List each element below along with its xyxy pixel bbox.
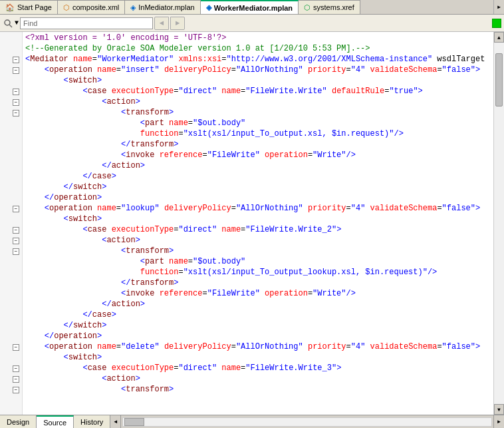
- code-content: </action>: [102, 300, 145, 309]
- code-line: </action>: [23, 161, 493, 172]
- nav-back-button[interactable]: ◄: [154, 17, 169, 30]
- code-editor[interactable]: <?xml version = '1.0' encoding = 'UTF-8'…: [23, 32, 493, 415]
- fold-button[interactable]: −: [13, 376, 19, 383]
- svg-line-1: [9, 25, 12, 27]
- scroll-down-button[interactable]: ▼: [494, 404, 504, 415]
- fold-button[interactable]: −: [13, 387, 19, 393]
- code-content: <?xml version = '1.0' encoding = 'UTF-8'…: [25, 33, 226, 43]
- tab-label: systems.xref: [313, 3, 354, 11]
- indent-space: [25, 65, 45, 75]
- gutter-row: [0, 331, 22, 342]
- tab-source-label: Source: [43, 419, 66, 427]
- code-content: </action>: [102, 161, 145, 170]
- fold-button[interactable]: −: [13, 206, 19, 212]
- indent-space: [25, 289, 121, 298]
- fold-button[interactable]: −: [13, 344, 19, 351]
- find-input[interactable]: Find: [20, 17, 153, 29]
- xml-icon: ⬡: [63, 3, 70, 12]
- fold-button[interactable]: −: [13, 67, 19, 74]
- h-scroll-right[interactable]: ►: [493, 415, 504, 428]
- fold-button[interactable]: −: [13, 365, 19, 372]
- gutter-row: −: [0, 204, 22, 214]
- tab-source[interactable]: Source: [37, 415, 74, 428]
- gutter-row: −: [0, 87, 22, 97]
- tab-design-label: Design: [7, 418, 29, 426]
- indent-space: [25, 236, 102, 245]
- indent-space: [25, 118, 140, 128]
- tab-bar: 🏠 Start Page ⬡ composite.xml ◈ InMediato…: [0, 0, 504, 15]
- scroll-up-button[interactable]: ▲: [494, 32, 504, 43]
- gutter-row: [0, 353, 22, 363]
- code-line: function="xslt(xsl/input_To_output_looku…: [23, 268, 493, 278]
- vertical-scrollbar[interactable]: ▲ ▼: [493, 32, 504, 415]
- indent-space: [25, 374, 102, 383]
- tab-systems-xref[interactable]: ⬡ systems.xref: [299, 0, 360, 14]
- gutter-row: [0, 172, 22, 182]
- tab-label: WorkerMediator.mplan: [214, 4, 293, 12]
- code-content: <transform>: [121, 246, 174, 256]
- code-line: <Mediator name="WorkerMediator" xmlns:xs…: [23, 55, 493, 65]
- nav-forward-button[interactable]: ►: [170, 17, 185, 30]
- code-content: <operation name="delete" deliveryPolicy=…: [45, 342, 480, 351]
- gutter-row: [0, 44, 22, 55]
- code-content: <action>: [102, 374, 140, 383]
- gutter-row: [0, 268, 22, 278]
- indent-space: [25, 246, 121, 256]
- scroll-thumb[interactable]: [495, 53, 503, 107]
- fold-button[interactable]: −: [13, 110, 19, 116]
- tab-bar-scroll[interactable]: ▸: [493, 0, 504, 14]
- line-gutter: −−−−−−−−−−−−−: [0, 32, 23, 415]
- code-content: <action>: [102, 236, 140, 245]
- tab-history[interactable]: History: [74, 415, 110, 428]
- fold-button[interactable]: −: [13, 99, 19, 106]
- code-content: <case executionType="direct" name="FileW…: [82, 225, 341, 234]
- code-line: <transform>: [23, 108, 493, 118]
- gutter-row: [0, 278, 22, 289]
- code-content: <Mediator name="WorkerMediator" xmlns:xs…: [25, 55, 485, 64]
- code-line: <case executionType="direct" name="FileW…: [23, 87, 493, 97]
- fold-button[interactable]: −: [13, 227, 19, 234]
- tab-inmediator[interactable]: ◈ InMediator.mplan: [125, 0, 200, 14]
- indent-space: [25, 97, 102, 107]
- horizontal-scrollbar[interactable]: [122, 417, 492, 427]
- find-dropdown[interactable]: ▼: [15, 19, 19, 27]
- fold-button[interactable]: −: [13, 238, 19, 244]
- code-content: function="xslt(xsl/input_To_output.xsl, …: [140, 129, 404, 138]
- h-scroll-thumb[interactable]: [124, 418, 144, 426]
- code-content: </transform>: [121, 140, 178, 149]
- fold-button[interactable]: −: [13, 57, 19, 63]
- code-line: </action>: [23, 300, 493, 310]
- code-content: <invoke reference="FileWrite" operation=…: [121, 150, 356, 160]
- gutter-row: [0, 118, 22, 129]
- code-line: <action>: [23, 236, 493, 246]
- code-content: <operation name="insert" deliveryPolicy=…: [45, 65, 480, 75]
- gutter-row: −: [0, 374, 22, 385]
- h-scroll-left[interactable]: ◄: [110, 415, 121, 428]
- indent-space: [25, 268, 140, 277]
- gutter-row: −: [0, 236, 22, 246]
- code-line: </case>: [23, 172, 493, 182]
- tab-start-page[interactable]: 🏠 Start Page: [0, 0, 58, 14]
- code-line: <operation name="insert" deliveryPolicy=…: [23, 65, 493, 76]
- indent-space: [25, 321, 64, 330]
- code-content: </case>: [82, 172, 116, 181]
- fold-button[interactable]: −: [13, 248, 19, 255]
- gutter-row: [0, 214, 22, 225]
- code-line: <case executionType="direct" name="FileW…: [23, 225, 493, 236]
- tab-composite-xml[interactable]: ⬡ composite.xml: [58, 0, 125, 14]
- code-line: <invoke reference="FileWrite" operation=…: [23, 150, 493, 161]
- code-line: function="xslt(xsl/input_To_output.xsl, …: [23, 129, 493, 140]
- code-line: </switch>: [23, 321, 493, 331]
- tab-workermediator[interactable]: ◈ WorkerMediator.mplan: [201, 0, 299, 14]
- indent-space: [25, 150, 121, 160]
- code-line: <!--Generated by Oracle SOA Modeler vers…: [23, 44, 493, 55]
- indent-space: [25, 257, 140, 266]
- code-content: <case executionType="direct" name="FileW…: [82, 363, 341, 373]
- tab-design[interactable]: Design: [0, 415, 37, 428]
- indent-space: [25, 300, 102, 309]
- code-line: <part name="$out.body": [23, 118, 493, 129]
- gutter-row: −: [0, 225, 22, 236]
- code-line: </operation>: [23, 331, 493, 342]
- fold-button[interactable]: −: [13, 89, 19, 95]
- code-line: </case>: [23, 310, 493, 321]
